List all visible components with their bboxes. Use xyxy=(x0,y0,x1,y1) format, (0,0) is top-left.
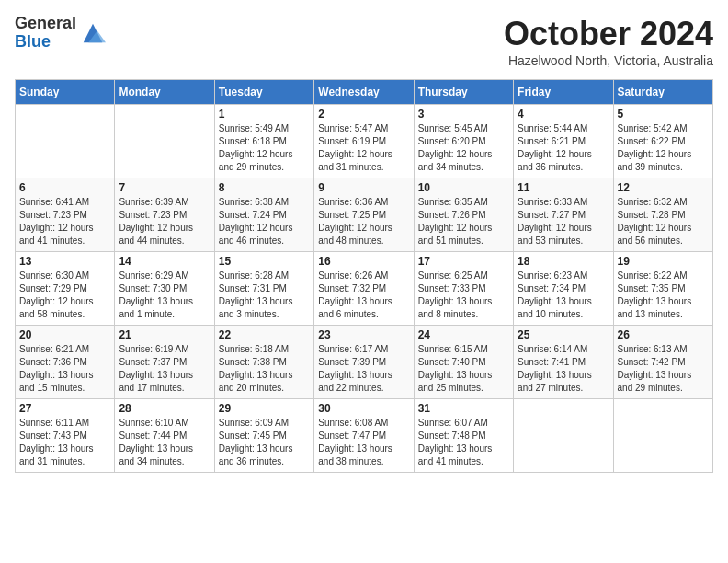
day-number: 10 xyxy=(418,181,509,194)
calendar-cell: 4Sunrise: 5:44 AMSunset: 6:21 PMDaylight… xyxy=(514,105,613,178)
day-info: Sunrise: 5:49 AMSunset: 6:18 PMDaylight:… xyxy=(219,122,310,174)
weekday-header-thursday: Thursday xyxy=(414,80,513,105)
day-number: 5 xyxy=(618,108,709,121)
day-number: 13 xyxy=(19,255,110,268)
day-info: Sunrise: 6:10 AMSunset: 7:44 PMDaylight:… xyxy=(119,417,210,468)
calendar-cell: 16Sunrise: 6:26 AMSunset: 7:32 PMDayligh… xyxy=(314,252,414,326)
day-info: Sunrise: 6:23 AMSunset: 7:34 PMDaylight:… xyxy=(518,270,609,321)
day-number: 28 xyxy=(119,402,210,415)
weekday-header-monday: Monday xyxy=(115,80,214,105)
day-info: Sunrise: 6:15 AMSunset: 7:40 PMDaylight:… xyxy=(418,343,509,395)
weekday-header-saturday: Saturday xyxy=(613,80,712,105)
day-info: Sunrise: 6:29 AMSunset: 7:30 PMDaylight:… xyxy=(119,270,210,321)
day-number: 2 xyxy=(318,108,409,121)
day-info: Sunrise: 5:44 AMSunset: 6:21 PMDaylight:… xyxy=(518,122,609,174)
weekday-header-wednesday: Wednesday xyxy=(314,80,414,105)
calendar-cell: 31Sunrise: 6:07 AMSunset: 7:48 PMDayligh… xyxy=(414,399,513,473)
page-header: General Blue October 2024 Hazelwood Nort… xyxy=(15,15,713,68)
calendar-cell: 18Sunrise: 6:23 AMSunset: 7:34 PMDayligh… xyxy=(514,252,613,326)
logo: General Blue xyxy=(15,15,106,52)
calendar-cell: 17Sunrise: 6:25 AMSunset: 7:33 PMDayligh… xyxy=(414,252,513,326)
day-number: 7 xyxy=(119,181,210,194)
day-info: Sunrise: 6:33 AMSunset: 7:27 PMDaylight:… xyxy=(518,196,609,247)
calendar-cell: 6Sunrise: 6:41 AMSunset: 7:23 PMDaylight… xyxy=(16,178,115,252)
calendar-cell: 27Sunrise: 6:11 AMSunset: 7:43 PMDayligh… xyxy=(16,399,115,473)
calendar-cell xyxy=(514,399,613,473)
calendar-cell: 2Sunrise: 5:47 AMSunset: 6:19 PMDaylight… xyxy=(314,105,414,178)
day-info: Sunrise: 6:26 AMSunset: 7:32 PMDaylight:… xyxy=(318,270,409,321)
day-number: 3 xyxy=(418,108,509,121)
day-number: 14 xyxy=(119,255,210,268)
day-info: Sunrise: 6:35 AMSunset: 7:26 PMDaylight:… xyxy=(418,196,509,247)
calendar-table: SundayMondayTuesdayWednesdayThursdayFrid… xyxy=(15,79,713,473)
day-number: 12 xyxy=(618,181,709,194)
day-info: Sunrise: 6:07 AMSunset: 7:48 PMDaylight:… xyxy=(418,417,509,468)
day-info: Sunrise: 5:47 AMSunset: 6:19 PMDaylight:… xyxy=(318,122,409,174)
calendar-cell: 8Sunrise: 6:38 AMSunset: 7:24 PMDaylight… xyxy=(214,178,313,252)
day-number: 6 xyxy=(19,181,110,194)
calendar-cell: 25Sunrise: 6:14 AMSunset: 7:41 PMDayligh… xyxy=(514,326,613,399)
day-info: Sunrise: 6:39 AMSunset: 7:23 PMDaylight:… xyxy=(119,196,210,247)
day-number: 31 xyxy=(418,402,509,415)
day-number: 17 xyxy=(418,255,509,268)
day-info: Sunrise: 6:11 AMSunset: 7:43 PMDaylight:… xyxy=(19,417,110,468)
day-info: Sunrise: 6:38 AMSunset: 7:24 PMDaylight:… xyxy=(219,196,310,247)
title-block: October 2024 Hazelwood North, Victoria, … xyxy=(504,15,713,68)
day-info: Sunrise: 6:22 AMSunset: 7:35 PMDaylight:… xyxy=(618,270,709,321)
location-title: Hazelwood North, Victoria, Australia xyxy=(504,53,713,68)
day-number: 24 xyxy=(418,328,509,341)
day-info: Sunrise: 6:14 AMSunset: 7:41 PMDaylight:… xyxy=(518,343,609,395)
calendar-cell: 29Sunrise: 6:09 AMSunset: 7:45 PMDayligh… xyxy=(214,399,313,473)
calendar-header-row: SundayMondayTuesdayWednesdayThursdayFrid… xyxy=(16,80,713,105)
day-number: 25 xyxy=(518,328,609,341)
day-info: Sunrise: 5:42 AMSunset: 6:22 PMDaylight:… xyxy=(618,122,709,174)
day-info: Sunrise: 6:08 AMSunset: 7:47 PMDaylight:… xyxy=(318,417,409,468)
day-number: 4 xyxy=(518,108,609,121)
calendar-cell: 12Sunrise: 6:32 AMSunset: 7:28 PMDayligh… xyxy=(613,178,712,252)
logo-icon xyxy=(80,20,106,46)
calendar-cell xyxy=(115,105,214,178)
day-number: 19 xyxy=(618,255,709,268)
day-number: 27 xyxy=(19,402,110,415)
day-info: Sunrise: 6:41 AMSunset: 7:23 PMDaylight:… xyxy=(19,196,110,247)
day-number: 23 xyxy=(318,328,409,341)
day-number: 29 xyxy=(219,402,310,415)
calendar-week-row: 27Sunrise: 6:11 AMSunset: 7:43 PMDayligh… xyxy=(16,399,713,473)
calendar-cell: 15Sunrise: 6:28 AMSunset: 7:31 PMDayligh… xyxy=(214,252,313,326)
day-info: Sunrise: 6:32 AMSunset: 7:28 PMDaylight:… xyxy=(618,196,709,247)
day-number: 18 xyxy=(518,255,609,268)
day-info: Sunrise: 6:36 AMSunset: 7:25 PMDaylight:… xyxy=(318,196,409,247)
day-number: 1 xyxy=(219,108,310,121)
weekday-header-sunday: Sunday xyxy=(16,80,115,105)
calendar-cell: 28Sunrise: 6:10 AMSunset: 7:44 PMDayligh… xyxy=(115,399,214,473)
day-info: Sunrise: 6:18 AMSunset: 7:38 PMDaylight:… xyxy=(219,343,310,395)
day-info: Sunrise: 6:21 AMSunset: 7:36 PMDaylight:… xyxy=(19,343,110,395)
calendar-cell: 23Sunrise: 6:17 AMSunset: 7:39 PMDayligh… xyxy=(314,326,414,399)
day-number: 15 xyxy=(219,255,310,268)
weekday-header-tuesday: Tuesday xyxy=(214,80,313,105)
logo-general-text: General xyxy=(15,15,76,33)
calendar-cell: 20Sunrise: 6:21 AMSunset: 7:36 PMDayligh… xyxy=(16,326,115,399)
calendar-week-row: 20Sunrise: 6:21 AMSunset: 7:36 PMDayligh… xyxy=(16,326,713,399)
calendar-cell xyxy=(16,105,115,178)
calendar-cell: 26Sunrise: 6:13 AMSunset: 7:42 PMDayligh… xyxy=(613,326,712,399)
calendar-week-row: 1Sunrise: 5:49 AMSunset: 6:18 PMDaylight… xyxy=(16,105,713,178)
calendar-cell: 13Sunrise: 6:30 AMSunset: 7:29 PMDayligh… xyxy=(16,252,115,326)
day-info: Sunrise: 6:30 AMSunset: 7:29 PMDaylight:… xyxy=(19,270,110,321)
day-info: Sunrise: 6:28 AMSunset: 7:31 PMDaylight:… xyxy=(219,270,310,321)
calendar-cell: 30Sunrise: 6:08 AMSunset: 7:47 PMDayligh… xyxy=(314,399,414,473)
calendar-cell: 3Sunrise: 5:45 AMSunset: 6:20 PMDaylight… xyxy=(414,105,513,178)
day-info: Sunrise: 6:13 AMSunset: 7:42 PMDaylight:… xyxy=(618,343,709,395)
day-number: 21 xyxy=(119,328,210,341)
day-info: Sunrise: 6:09 AMSunset: 7:45 PMDaylight:… xyxy=(219,417,310,468)
day-number: 11 xyxy=(518,181,609,194)
calendar-cell: 5Sunrise: 5:42 AMSunset: 6:22 PMDaylight… xyxy=(613,105,712,178)
calendar-cell: 21Sunrise: 6:19 AMSunset: 7:37 PMDayligh… xyxy=(115,326,214,399)
calendar-cell: 7Sunrise: 6:39 AMSunset: 7:23 PMDaylight… xyxy=(115,178,214,252)
day-number: 16 xyxy=(318,255,409,268)
calendar-cell: 14Sunrise: 6:29 AMSunset: 7:30 PMDayligh… xyxy=(115,252,214,326)
day-number: 22 xyxy=(219,328,310,341)
logo-blue-text: Blue xyxy=(15,33,76,52)
day-number: 30 xyxy=(318,402,409,415)
month-title: October 2024 xyxy=(504,15,713,53)
